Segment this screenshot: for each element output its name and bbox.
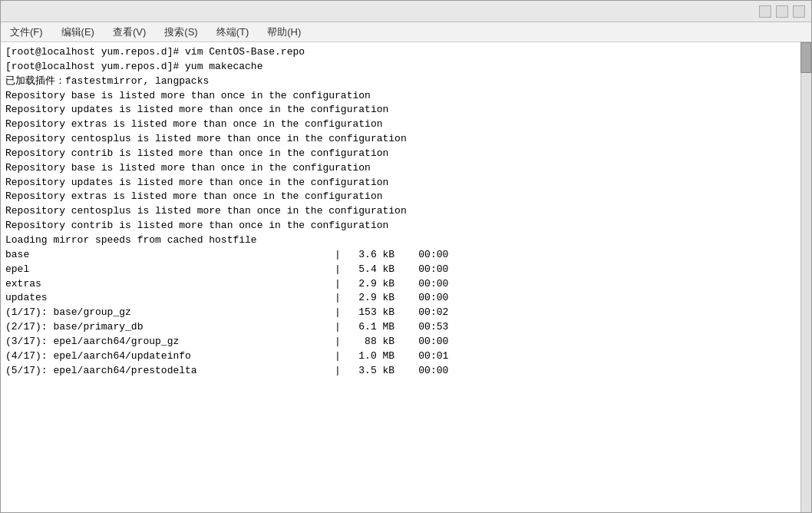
- terminal-line: Repository updates is listed more than o…: [5, 176, 807, 190]
- scrollbar[interactable]: [800, 42, 811, 512]
- terminal-line: Repository contrib is listed more than o…: [5, 219, 807, 233]
- progress-row: (3/17): epel/aarch64/group_gz | 88 kB 00…: [5, 335, 807, 349]
- menu-help[interactable]: 帮助(H): [264, 25, 304, 40]
- menu-edit[interactable]: 编辑(E): [58, 25, 97, 40]
- terminal-line: Repository extras is listed more than on…: [5, 117, 807, 132]
- terminal-line: Loading mirror speeds from cached hostfi…: [5, 233, 807, 248]
- terminal-line: Repository centosplus is listed more tha…: [5, 132, 807, 147]
- terminal-line: Repository extras is listed more than on…: [5, 190, 807, 204]
- terminal-line: [root@localhost yum.repos.d]# yum makeca…: [5, 60, 807, 74]
- progress-row: (1/17): base/group_gz | 153 kB 00:02: [5, 306, 807, 320]
- terminal-line: Repository base is listed more than once…: [5, 89, 807, 104]
- title-bar: [1, 1, 811, 22]
- close-button[interactable]: [793, 5, 805, 18]
- terminal-line: Repository base is listed more than once…: [5, 161, 807, 176]
- table-row: base | 3.6 kB 00:00: [5, 248, 807, 263]
- minimize-button[interactable]: [759, 5, 771, 18]
- terminal-line: 已加载插件：fastestmirror, langpacks: [5, 74, 807, 89]
- table-row: extras | 2.9 kB 00:00: [5, 277, 807, 292]
- menu-view[interactable]: 查看(V): [110, 25, 149, 40]
- terminal-body[interactable]: [root@localhost yum.repos.d]# vim CentOS…: [1, 42, 811, 512]
- terminal-line: Repository centosplus is listed more tha…: [5, 204, 807, 219]
- menu-bar: 文件(F) 编辑(E) 查看(V) 搜索(S) 终端(T) 帮助(H): [1, 22, 811, 42]
- scrollbar-thumb[interactable]: [800, 42, 811, 73]
- terminal-lines: [root@localhost yum.repos.d]# vim CentOS…: [5, 45, 807, 378]
- menu-search[interactable]: 搜索(S): [161, 25, 200, 40]
- terminal-line: Repository updates is listed more than o…: [5, 103, 807, 117]
- window-controls: [759, 5, 805, 18]
- progress-row: (5/17): epel/aarch64/prestodelta | 3.5 k…: [5, 364, 807, 379]
- progress-row: (4/17): epel/aarch64/updateinfo | 1.0 MB…: [5, 349, 807, 364]
- table-row: updates | 2.9 kB 00:00: [5, 291, 807, 306]
- progress-row: (2/17): base/primary_db | 6.1 MB 00:53: [5, 320, 807, 335]
- maximize-button[interactable]: [776, 5, 788, 18]
- table-row: epel | 5.4 kB 00:00: [5, 263, 807, 277]
- menu-terminal[interactable]: 终端(T): [213, 25, 253, 40]
- menu-file[interactable]: 文件(F): [7, 25, 46, 40]
- terminal-line: [root@localhost yum.repos.d]# vim CentOS…: [5, 45, 807, 60]
- terminal-window: 文件(F) 编辑(E) 查看(V) 搜索(S) 终端(T) 帮助(H) [roo…: [0, 0, 812, 513]
- terminal-line: Repository contrib is listed more than o…: [5, 147, 807, 161]
